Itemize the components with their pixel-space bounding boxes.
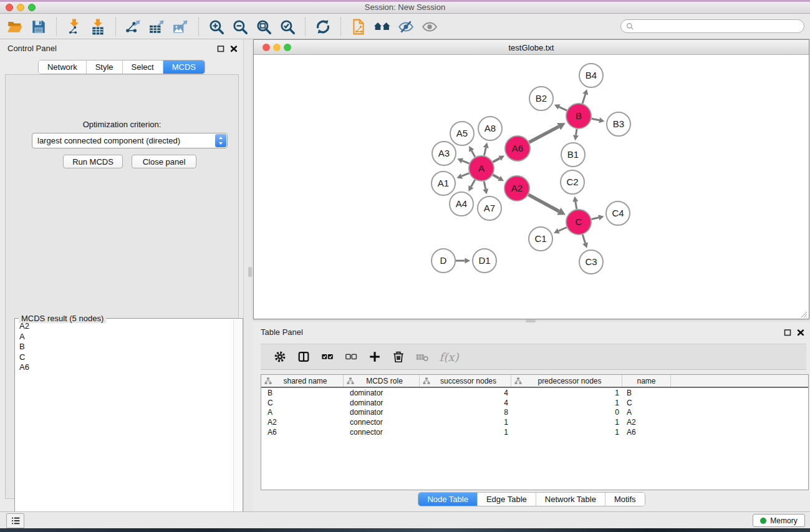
show-all-icon[interactable] — [420, 17, 440, 37]
table-cell[interactable]: dominator — [344, 399, 420, 407]
graph-node-A8[interactable]: A8 — [478, 117, 502, 140]
select-all-columns-icon[interactable] — [318, 347, 337, 366]
table-cell[interactable]: 8 — [420, 408, 511, 417]
export-network-icon[interactable] — [123, 17, 143, 37]
table-row[interactable]: Bdominator41B — [261, 388, 808, 398]
graph-edge-B-B2[interactable] — [554, 104, 567, 110]
hide-selected-icon[interactable] — [396, 17, 416, 37]
search-input[interactable] — [637, 21, 799, 31]
table-cell[interactable]: 1 — [420, 428, 511, 437]
column-header-MCDS-role[interactable]: MCDS role — [344, 375, 420, 387]
graph-node-B[interactable]: B — [566, 104, 591, 128]
zoom-in-icon[interactable] — [206, 17, 226, 37]
table-cell[interactable]: connector — [344, 418, 420, 427]
table-cell[interactable]: 4 — [420, 389, 511, 397]
table-cell[interactable]: A2 — [622, 418, 671, 427]
graph-edge-A-A3[interactable] — [457, 158, 469, 163]
graph-node-A3[interactable]: A3 — [432, 142, 456, 165]
resize-grip-icon[interactable] — [799, 309, 808, 317]
column-header-predecessor-nodes[interactable]: predecessor nodes — [511, 375, 622, 387]
close-panel-button[interactable]: Close panel — [132, 155, 196, 168]
graph-node-C[interactable]: C — [566, 210, 591, 235]
graph-node-B2[interactable]: B2 — [529, 87, 553, 110]
zoom-out-icon[interactable] — [230, 17, 250, 37]
graph-edge-C-C2[interactable] — [572, 196, 578, 210]
import-network-icon[interactable] — [64, 17, 84, 37]
column-header-successor-nodes[interactable]: successor nodes — [420, 375, 511, 387]
horizontal-splitter-handle[interactable] — [526, 319, 536, 322]
graph-edge-A2-C[interactable] — [528, 195, 565, 215]
graph-edge-B-B4[interactable] — [582, 89, 588, 104]
graph-edge-D-D1[interactable] — [456, 258, 470, 263]
mcds-result-item[interactable]: B — [15, 342, 234, 352]
table-cell[interactable]: 1 — [511, 389, 622, 397]
criterion-select[interactable]: largest connected component (directed) — [32, 133, 228, 148]
table-row[interactable]: Adominator80A — [261, 407, 808, 417]
table-tab-node-table[interactable]: Node Table — [418, 493, 477, 506]
export-image-icon[interactable] — [171, 17, 191, 37]
table-cell[interactable]: B — [261, 389, 344, 397]
table-cell[interactable]: C — [622, 399, 671, 407]
graph-node-A[interactable]: A — [469, 156, 494, 181]
table-mode-gear-icon[interactable] — [271, 347, 289, 366]
float-panel-icon[interactable] — [216, 44, 225, 53]
table-cell[interactable]: dominator — [344, 408, 420, 417]
graph-edge-A-A8[interactable] — [483, 142, 489, 155]
tab-select[interactable]: Select — [122, 60, 163, 74]
tab-style[interactable]: Style — [86, 60, 122, 74]
zoom-fit-icon[interactable] — [254, 17, 274, 37]
table-tab-network-table[interactable]: Network Table — [536, 493, 605, 506]
graph-node-A2[interactable]: A2 — [504, 176, 529, 201]
table-tab-edge-table[interactable]: Edge Table — [477, 493, 536, 506]
network-canvas[interactable]: B4B2BB3A8A5A6A3B1AC2A1A2A4A7C4CC1DD1C3 — [254, 56, 809, 319]
close-panel-icon[interactable] — [229, 44, 238, 53]
new-network-from-selection-icon[interactable] — [349, 17, 369, 37]
graph-edge-A-A6[interactable] — [493, 156, 504, 162]
table-cell[interactable]: A6 — [261, 428, 344, 437]
tab-network[interactable]: Network — [39, 60, 86, 74]
table-cell[interactable]: A2 — [261, 418, 344, 427]
table-cell[interactable]: A — [261, 408, 344, 417]
task-history-button[interactable] — [6, 513, 24, 528]
table-cell[interactable]: C — [261, 399, 344, 407]
graph-node-A5[interactable]: A5 — [450, 122, 474, 145]
graph-node-C2[interactable]: C2 — [561, 170, 584, 194]
table-cell[interactable]: A — [622, 408, 671, 417]
table-tab-motifs[interactable]: Motifs — [605, 493, 645, 506]
table-cell[interactable]: B — [622, 389, 671, 397]
vertical-splitter-handle[interactable] — [248, 267, 252, 277]
refresh-layout-icon[interactable] — [313, 17, 333, 37]
graph-node-A7[interactable]: A7 — [478, 196, 501, 220]
table-cell[interactable]: 1 — [511, 428, 622, 437]
tab-mcds[interactable]: MCDS — [163, 60, 205, 74]
close-table-panel-icon[interactable] — [796, 327, 805, 337]
table-row[interactable]: A2connector11A2 — [261, 417, 808, 427]
graph-node-B4[interactable]: B4 — [579, 64, 603, 87]
table-cell[interactable]: connector — [344, 428, 420, 437]
first-neighbors-icon[interactable] — [372, 17, 392, 37]
graph-edge-B-B1[interactable] — [573, 129, 579, 140]
save-session-icon[interactable] — [29, 17, 49, 37]
graph-node-A6[interactable]: A6 — [505, 136, 530, 161]
mcds-result-item[interactable]: A2 — [15, 321, 234, 332]
graph-edge-A-A2[interactable] — [493, 175, 504, 181]
column-header-shared-name[interactable]: shared name — [261, 375, 344, 387]
graph-edge-A6-B[interactable] — [529, 123, 566, 142]
run-mcds-button[interactable]: Run MCDS — [63, 155, 123, 168]
show-columns-icon[interactable] — [294, 347, 313, 366]
graph-node-A4[interactable]: A4 — [450, 192, 473, 216]
result-scrollbar[interactable] — [233, 319, 242, 530]
graph-edge-A-A7[interactable] — [483, 181, 488, 195]
graph-edge-A-A4[interactable] — [468, 180, 475, 191]
table-cell[interactable]: 1 — [511, 418, 622, 427]
graph-edge-A-A1[interactable] — [456, 173, 469, 179]
graph-node-D[interactable]: D — [432, 249, 455, 273]
table-cell[interactable]: dominator — [344, 389, 420, 397]
graph-edge-C-C3[interactable] — [582, 235, 588, 248]
graph-node-A1[interactable]: A1 — [432, 172, 455, 195]
mcds-result-item[interactable]: C — [15, 352, 234, 363]
graph-node-B3[interactable]: B3 — [607, 112, 630, 136]
table-cell[interactable]: A6 — [622, 428, 671, 437]
delete-columns-icon[interactable] — [389, 347, 408, 366]
graph-edge-A-A5[interactable] — [469, 146, 475, 157]
